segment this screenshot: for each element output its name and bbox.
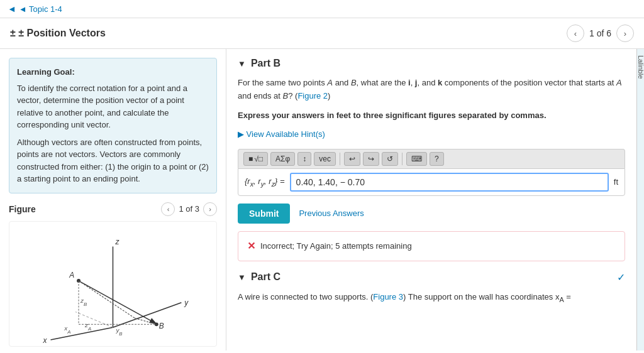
edge-text-lin: lin (637, 63, 645, 70)
svg-line-4 (51, 327, 113, 340)
hint-link[interactable]: ▶ View Available Hint(s) (238, 128, 625, 141)
problem-title: ± ± Position Vectors (10, 28, 106, 39)
toolbar-greek-btn[interactable]: ΑΣφ (270, 152, 295, 166)
top-nav: ◄ ◄ Topic 1-4 (0, 0, 644, 18)
svg-line-11 (79, 281, 155, 323)
problem-header: ± ± Position Vectors ‹ 1 of 6 › (0, 18, 644, 49)
figure-area: z y x A B (9, 221, 217, 347)
prev-answers-link[interactable]: Previous Answers (299, 207, 364, 220)
toolbar-sep2 (402, 153, 402, 165)
svg-line-19 (135, 318, 157, 324)
svg-text:A: A (69, 271, 74, 280)
next-page-button[interactable]: › (616, 24, 634, 42)
svg-text:xA: xA (64, 325, 70, 335)
toolbar-vec-btn[interactable]: vec (314, 152, 336, 166)
svg-line-2 (113, 302, 182, 327)
prev-page-button[interactable]: ‹ (567, 24, 584, 42)
part-c-check: ✓ (617, 271, 625, 283)
answer-input[interactable] (290, 173, 609, 192)
part-b-arrow: ▼ (238, 59, 246, 68)
figure3-link[interactable]: Figure 3 (373, 292, 403, 301)
figure-next-button[interactable]: › (203, 202, 217, 216)
plus-icon: ± (10, 28, 18, 38)
toolbar-updown-btn[interactable]: ↕ (297, 152, 311, 166)
learning-goal-p2: Although vectors are often constructed f… (17, 136, 209, 185)
right-edge-bar: La lin ble (636, 49, 644, 350)
part-c-section: ▼ Part C ✓ A wire is connected to two su… (238, 271, 625, 305)
back-arrow: ◄ (8, 4, 16, 14)
sqrt-icon: √□ (254, 155, 263, 163)
svg-text:x: x (43, 336, 48, 345)
topic-link[interactable]: ◄ Topic 1-4 (19, 4, 62, 14)
page-info: 1 of 6 (589, 28, 611, 38)
figure-pagination: ‹ 1 of 3 › (161, 202, 217, 216)
edge-text-ble: ble (637, 70, 645, 79)
part-c-intro: A wire is connected to two supports. (Fi… (238, 291, 625, 305)
toolbar-undo-btn[interactable]: ↩ (344, 152, 360, 166)
learning-goal-title: Learning Goal: (17, 66, 209, 79)
error-icon: ✕ (247, 238, 255, 254)
part-b-label: Part B (251, 58, 280, 69)
part-b-instructions: Express your answers in feet to three si… (238, 109, 625, 122)
answer-unit: ft (614, 176, 618, 189)
svg-text:zB: zB (80, 296, 87, 307)
svg-text:B: B (159, 322, 164, 330)
submit-row: Submit Previous Answers (238, 204, 625, 224)
matrix-icon: ■ (248, 155, 253, 163)
learning-goal-p1: To identify the correct notation for a p… (17, 82, 209, 131)
math-toolbar: ■ √□ ΑΣφ ↕ vec ↩ ↪ ↺ ⌨ ? (238, 149, 625, 168)
title-text: ± Position Vectors (18, 28, 106, 38)
figure-header: Figure ‹ 1 of 3 › (9, 202, 217, 216)
toolbar-keyboard-btn[interactable]: ⌨ (406, 152, 427, 166)
learning-goal-box: Learning Goal: To identify the correct n… (9, 58, 217, 193)
answer-label: {rx, ry, rz} = (245, 175, 285, 190)
submit-button[interactable]: Submit (238, 204, 290, 224)
figure-page-info: 1 of 3 (179, 204, 199, 214)
answer-row: {rx, ry, rz} = ft (238, 168, 625, 196)
toolbar-help-btn[interactable]: ? (430, 152, 444, 166)
part-b-section: ▼ Part B For the same two points A and B… (238, 58, 625, 261)
right-panel: ▼ Part B For the same two points A and B… (226, 49, 636, 350)
edge-text-la: La (637, 55, 645, 63)
part-c-header[interactable]: ▼ Part C ✓ (238, 271, 625, 283)
svg-text:z: z (114, 237, 119, 246)
part-b-header[interactable]: ▼ Part B (238, 58, 625, 69)
figure-label: Figure (9, 204, 36, 214)
svg-text:yB: yB (115, 327, 122, 337)
toolbar-redo-btn[interactable]: ↪ (363, 152, 379, 166)
toolbar-matrix-btn[interactable]: ■ √□ (243, 152, 268, 166)
figure-prev-button[interactable]: ‹ (161, 202, 175, 216)
svg-text:y: y (184, 298, 189, 307)
error-box: ✕ Incorrect; Try Again; 5 attempts remai… (238, 231, 625, 261)
figure2-link[interactable]: Figure 2 (297, 91, 328, 100)
svg-text:zA: zA (84, 322, 91, 332)
part-c-arrow: ▼ (238, 273, 246, 282)
pagination: ‹ 1 of 6 › (567, 24, 634, 42)
main-container: Learning Goal: To identify the correct n… (0, 49, 644, 350)
part-b-content: For the same two points A and B, what ar… (238, 77, 625, 261)
toolbar-reset-btn[interactable]: ↺ (382, 152, 398, 166)
error-text: Incorrect; Try Again; 5 attempts remaini… (260, 240, 412, 253)
part-c-content: A wire is connected to two supports. (Fi… (238, 291, 625, 305)
svg-line-18 (79, 281, 135, 318)
toolbar-sep1 (340, 153, 340, 165)
figure-svg: z y x A B (9, 222, 216, 346)
part-b-question: For the same two points A and B, what ar… (238, 77, 625, 103)
svg-line-6 (75, 312, 113, 327)
part-c-label: Part C (251, 271, 280, 283)
left-panel: Learning Goal: To identify the correct n… (0, 49, 226, 350)
